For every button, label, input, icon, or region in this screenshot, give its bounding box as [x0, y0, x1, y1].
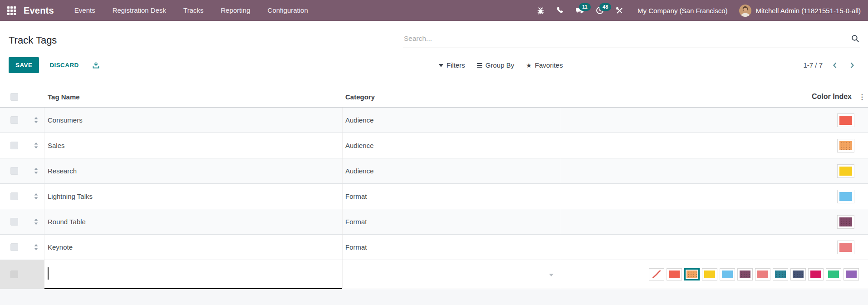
category-cell[interactable]: Audience — [343, 108, 561, 133]
color-option[interactable] — [720, 268, 735, 280]
drag-handle[interactable] — [28, 209, 44, 234]
content-filler — [0, 289, 868, 305]
bug-glyph — [537, 7, 544, 15]
download-glyph — [92, 61, 100, 69]
filters-button[interactable]: Filters — [439, 61, 465, 69]
color-swatch-fill — [839, 217, 852, 226]
menu-item-events[interactable]: Events — [66, 0, 104, 21]
save-button[interactable]: SAVE — [9, 57, 39, 73]
category-cell[interactable]: Audience — [343, 158, 561, 183]
table-row[interactable]: Research Audience — [0, 158, 868, 184]
messages-icon[interactable]: 11 — [569, 0, 590, 21]
export-icon[interactable] — [89, 57, 103, 73]
row-checkbox[interactable] — [10, 116, 18, 124]
color-option[interactable] — [773, 268, 788, 280]
color-option-none[interactable] — [649, 268, 664, 280]
table-row[interactable]: Lightning Talks Format — [0, 184, 868, 209]
favorites-label: Favorites — [535, 61, 563, 69]
tag-name-cell[interactable]: Consumers — [44, 108, 343, 133]
sort-arrows-icon — [34, 142, 39, 149]
drag-handle[interactable] — [28, 184, 44, 209]
color-option[interactable] — [737, 268, 753, 280]
color-swatch[interactable] — [837, 164, 854, 178]
tag-name-cell[interactable]: Lightning Talks — [44, 184, 343, 209]
category-cell[interactable]: Format — [343, 184, 561, 209]
table-row[interactable]: Sales Audience — [0, 133, 868, 158]
group-by-button[interactable]: Group By — [477, 61, 514, 69]
drag-handle[interactable] — [28, 235, 44, 260]
category-cell[interactable]: Audience — [343, 133, 561, 158]
apps-grid-icon[interactable] — [7, 6, 16, 15]
optional-columns-icon[interactable]: ⋮ — [858, 93, 866, 101]
color-option[interactable] — [843, 268, 859, 280]
tag-name-cell[interactable]: Round Table — [44, 209, 343, 234]
color-option[interactable] — [790, 268, 806, 280]
select-all-checkbox[interactable] — [10, 93, 18, 101]
drag-handle[interactable] — [28, 158, 44, 183]
color-option[interactable] — [755, 268, 770, 280]
pager-next-icon[interactable] — [847, 62, 857, 69]
column-header-category[interactable]: Category — [343, 86, 561, 107]
tag-name-cell[interactable]: Keynote — [44, 235, 343, 260]
phone-icon[interactable] — [550, 0, 569, 21]
new-category-select[interactable] — [343, 260, 561, 289]
menu-item-reporting[interactable]: Reporting — [212, 0, 259, 21]
avatar-image — [739, 5, 751, 17]
color-option[interactable] — [808, 268, 824, 280]
discard-button[interactable]: DISCARD — [45, 57, 83, 73]
pager-prev-icon[interactable] — [830, 62, 840, 69]
color-swatch[interactable] — [837, 139, 854, 152]
menu-item-registration-desk[interactable]: Registration Desk — [104, 0, 175, 21]
activities-clock-icon[interactable]: 48 — [590, 0, 610, 21]
favorites-button[interactable]: ★ Favorites — [526, 61, 563, 69]
search-icon[interactable] — [851, 34, 859, 43]
pager: 1-7 / 7 — [803, 57, 857, 73]
new-tag-name-input[interactable] — [44, 260, 343, 289]
column-header-color-index[interactable]: Color Index — [812, 93, 852, 101]
color-swatch-fill — [839, 192, 852, 201]
table-row[interactable]: Round Table Format — [0, 209, 868, 235]
color-swatch[interactable] — [837, 190, 854, 203]
navbar-systray: 11 48 My Company (San Francisco) — [531, 0, 861, 21]
group-by-label: Group By — [485, 61, 514, 69]
app-name[interactable]: Events — [24, 5, 54, 16]
color-swatch[interactable] — [837, 241, 854, 254]
search-options: Filters Group By ★ Favorites — [439, 57, 563, 73]
pager-range[interactable]: 1-7 / 7 — [803, 61, 823, 69]
bug-icon[interactable] — [531, 0, 550, 21]
table-header-row: Tag Name Category Color Index ⋮ — [0, 86, 868, 108]
row-checkbox[interactable] — [10, 192, 18, 200]
table-row[interactable]: Keynote Format — [0, 235, 868, 260]
color-swatch-fill — [839, 141, 852, 150]
row-checkbox[interactable] — [10, 243, 18, 251]
drag-handle[interactable] — [28, 133, 44, 158]
tools-icon[interactable] — [610, 0, 629, 21]
menu-item-configuration[interactable]: Configuration — [259, 0, 317, 21]
color-option[interactable] — [667, 268, 682, 280]
new-record-row[interactable] — [0, 260, 868, 289]
company-switcher[interactable]: My Company (San Francisco) — [629, 7, 734, 15]
search-input[interactable]: Search... — [403, 29, 860, 48]
table-row[interactable]: Consumers Audience — [0, 108, 868, 133]
category-cell[interactable]: Format — [343, 235, 561, 260]
sort-arrows-icon — [34, 117, 39, 123]
row-checkbox[interactable] — [10, 271, 18, 278]
apps-grid-glyph — [7, 6, 16, 15]
color-swatch[interactable] — [837, 113, 854, 127]
tag-name-cell[interactable]: Sales — [44, 133, 343, 158]
user-menu[interactable]: Mitchell Admin (11821551-15-0-all) — [734, 5, 861, 17]
color-option[interactable] — [826, 268, 841, 280]
row-checkbox[interactable] — [10, 142, 18, 149]
color-swatch-fill — [839, 116, 852, 125]
sort-arrows-icon — [34, 193, 39, 200]
category-cell[interactable]: Format — [343, 209, 561, 234]
color-option[interactable] — [684, 268, 700, 280]
drag-handle[interactable] — [28, 108, 44, 133]
tag-name-cell[interactable]: Research — [44, 158, 343, 183]
row-checkbox[interactable] — [10, 218, 18, 226]
color-swatch[interactable] — [837, 215, 854, 229]
color-option[interactable] — [702, 268, 717, 280]
menu-item-tracks[interactable]: Tracks — [175, 0, 212, 21]
row-checkbox[interactable] — [10, 167, 18, 175]
column-header-tag-name[interactable]: Tag Name — [44, 86, 343, 107]
